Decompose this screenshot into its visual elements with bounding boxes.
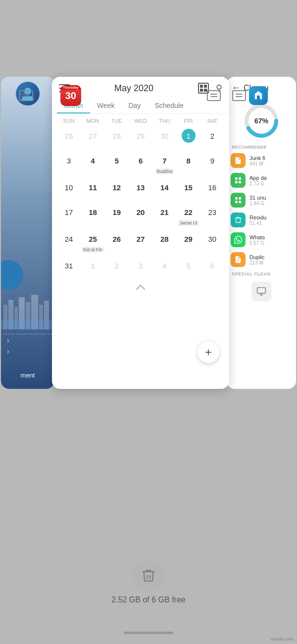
cal-cell[interactable]: 8 [177,151,200,177]
calendar-app-icon: Thursday 30 [60,85,81,106]
collapse-button[interactable] [52,280,229,294]
cal-date-number: 2 [205,129,219,143]
home-pill[interactable] [124,632,173,634]
cal-date-number: 16 [205,180,219,194]
cal-cell[interactable]: 6 [129,151,152,177]
cal-cell[interactable]: 10 [57,177,81,202]
dots-line [3,334,52,334]
add-event-fab[interactable]: + [198,341,219,363]
left-app-tab[interactable] [0,77,53,114]
cal-cell[interactable]: 28 [105,126,129,151]
cal-cell[interactable]: 6 [200,256,224,280]
cal-cell[interactable]: 26 [105,229,129,256]
cal-cell[interactable]: 12 [105,177,129,202]
cal-cell[interactable]: 19 [105,202,129,229]
watermark: wsxdn.com [271,637,293,642]
cal-date-number: 10 [62,180,76,194]
list-item[interactable]: App da2.73 G [227,170,296,190]
cal-icon-date: 30 [65,91,76,101]
cal-cell[interactable]: 2 [105,256,129,280]
cal-event-label: Buddha [155,168,174,174]
cal-cell[interactable]: 26 [57,126,81,151]
cal-cell[interactable]: 20 [129,202,152,229]
cal-cell[interactable]: 7Buddha [152,151,176,177]
cal-cell[interactable]: 30 [152,126,176,151]
blue-circle [1,260,23,290]
cal-cell[interactable]: 11 [81,177,105,202]
cal-date-number: 7 [157,154,171,167]
list-item[interactable]: Duplic213 M [227,250,296,269]
cal-cell[interactable]: 4 [152,256,176,280]
cal-cell[interactable]: 3 [129,256,152,280]
minimize-icon-right [232,90,246,101]
cal-cell[interactable]: 1 [81,256,105,280]
cal-cell[interactable]: 15 [177,177,200,202]
cal-date-number: 31 [62,259,76,272]
cleanup-item-info: Duplic213 M [249,254,292,266]
trash-icon[interactable] [133,560,164,591]
cal-cell[interactable]: 28 [152,229,176,256]
calendar-card[interactable]: May 2020 30 ⚲ Month Week Day Schedul [52,77,229,389]
day-header-sat: SAT [200,118,224,124]
cal-cell[interactable]: 30 [200,229,224,256]
svg-rect-23 [235,201,238,203]
svg-rect-25 [257,288,266,294]
cal-date-number: 30 [205,232,219,246]
cal-cell[interactable]: 3 [57,151,81,177]
list-item[interactable]: Residu51.41 [227,210,296,230]
cal-date-number: 9 [205,154,219,167]
cal-cell[interactable]: 22Jamat Ul [177,202,200,229]
cleanup-item-size: 1.94 G [249,201,292,206]
calendar-app-tab[interactable]: Thursday 30 Calendar [53,77,228,114]
left-card: › › ment [1,77,54,389]
list-item[interactable]: 31 unu1.94 G [227,190,296,210]
cal-icon-day: Thursday [60,85,81,90]
arrow-right-2: › [7,347,9,355]
cal-cell[interactable]: 14 [152,177,176,202]
cal-cell[interactable]: 29 [177,229,200,256]
minimize-icon-center [207,90,221,101]
cal-cell[interactable]: 24 [57,229,81,256]
cal-cell[interactable]: 21 [152,202,176,229]
cal-cell[interactable]: 27 [81,126,105,151]
bottom-area: 2.52 GB of 6 GB free [0,560,297,604]
cal-cell[interactable]: 2 [200,126,224,151]
calendar-app-title: Calendar [86,90,126,101]
cal-date-number: 27 [86,129,99,143]
special-clean-icon[interactable] [251,281,271,301]
cal-date-number: 6 [205,259,219,272]
recommended-label: RECOMMENDE [227,143,296,151]
cal-cell[interactable]: 16 [200,177,224,202]
day-header-wed: WED [129,118,152,124]
cleanup-app-title: Clea [271,90,289,101]
cal-cell[interactable]: 29 [129,126,152,151]
donut-percent: 67% [254,117,268,125]
cal-date-number: 24 [62,232,76,246]
cal-cell[interactable]: 31 [57,256,81,280]
cal-cell[interactable]: 5 [177,256,200,280]
cal-cell[interactable]: 9 [200,151,224,177]
cal-cell[interactable]: 17 [57,202,81,229]
day-header-sun: SUN [57,118,81,124]
cal-cell[interactable]: 23 [200,202,224,229]
cal-cell[interactable]: 1 [177,126,200,151]
cal-date-number: 18 [86,205,99,219]
cal-cell[interactable]: 25Eid al-Fitr [81,229,105,256]
cleanup-card[interactable]: ← Cleanu 67% RECOMMENDE Junk fi441 MApp … [227,77,296,389]
cal-cell[interactable]: 18 [81,202,105,229]
left-card-label: ment [1,372,54,379]
list-item[interactable]: Whats5.57 G [227,230,296,250]
cal-cell[interactable]: 4 [81,151,105,177]
list-item[interactable]: Junk fi441 M [227,151,296,170]
cal-date-number: 28 [110,129,124,143]
cleanup-app-tab[interactable]: Clea [228,77,297,114]
cleanup-item-icon [231,173,246,188]
cal-cell[interactable]: 13 [129,177,152,202]
cal-date-number: 5 [110,154,124,167]
svg-rect-18 [239,177,241,180]
cleanup-items-list: Junk fi441 MApp da2.73 G31 unu1.94 GResi… [227,151,296,269]
cal-cell[interactable]: 5 [105,151,129,177]
cal-cell[interactable]: 27 [129,229,152,256]
svg-rect-10 [1,320,54,329]
cal-event-label: Eid al-Fitr [82,247,104,253]
